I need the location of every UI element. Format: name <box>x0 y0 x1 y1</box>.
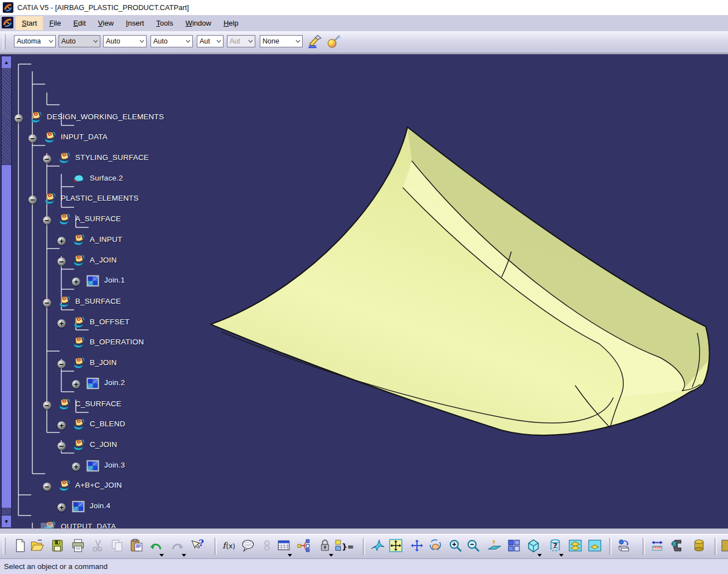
tree-icon-join[interactable] <box>86 275 100 287</box>
tree-icon-geoset[interactable] <box>57 213 72 227</box>
view-mode-button[interactable]: ? <box>548 538 562 553</box>
tree-icon-geoset[interactable] <box>42 193 57 206</box>
normal-view-button[interactable] <box>487 538 502 553</box>
combo-line-type[interactable]: Auto <box>103 35 147 47</box>
tree-item-label[interactable]: C_BLEND <box>90 420 125 428</box>
tree-item-label[interactable]: Join.1 <box>104 276 125 284</box>
toolbar-grip[interactable] <box>3 34 6 50</box>
open-button[interactable] <box>30 538 44 553</box>
paste-button[interactable] <box>129 538 144 553</box>
menu-tools[interactable]: Tools <box>150 16 179 30</box>
tree-icon-surface[interactable] <box>71 173 85 185</box>
tree-expander-collapse[interactable]: − <box>43 299 51 307</box>
tree-item-label[interactable]: DESIGN_WORKING_ELEMENTS <box>47 113 164 121</box>
design-table-dropdown-arrow[interactable] <box>288 554 292 557</box>
tree-expander-expand[interactable]: + <box>72 278 80 286</box>
tree-item-label[interactable]: INPUT_DATA <box>61 133 108 141</box>
tree-item-label[interactable]: Join.4 <box>90 502 110 510</box>
tree-icon-geoset[interactable] <box>71 337 86 350</box>
tree-icon-join[interactable] <box>71 500 85 513</box>
comment-button[interactable] <box>241 538 256 553</box>
tree-expander-collapse[interactable]: − <box>28 196 37 204</box>
isometric-view-dropdown-arrow[interactable] <box>537 554 542 557</box>
menu-file[interactable]: File <box>43 16 67 30</box>
viewport-3d[interactable]: −DESIGN_WORKING_ELEMENTS−INPUT_DATA−STYL… <box>0 54 728 528</box>
tree-expander-expand[interactable]: + <box>57 421 66 430</box>
tree-expander-expand[interactable]: + <box>57 237 66 245</box>
tree-item-label[interactable]: A_JOIN <box>90 256 117 264</box>
tree-item-label[interactable]: B_OPERATION <box>90 338 144 346</box>
scroll-up-button[interactable]: ▲ <box>2 56 11 69</box>
tree-expander-collapse[interactable]: − <box>43 401 51 410</box>
view-mode-dropdown-arrow[interactable] <box>559 554 564 557</box>
tree-icon-geoset[interactable] <box>71 234 86 247</box>
tree-expander-expand[interactable]: + <box>72 380 80 388</box>
menu-window[interactable]: Window <box>179 16 217 30</box>
chevron-down-icon[interactable] <box>294 36 302 47</box>
multi-view-button[interactable] <box>507 538 521 553</box>
tree-icon-join[interactable] <box>86 460 100 472</box>
tree-item-label[interactable]: OUTPUT_DATA <box>61 522 116 528</box>
tree-icon-join[interactable] <box>86 377 100 390</box>
tree-item-label[interactable]: Join.3 <box>104 461 125 469</box>
hide-show-button[interactable] <box>568 538 583 553</box>
tree-icon-geoset[interactable] <box>71 419 86 432</box>
tree-item-clipped[interactable] <box>40 523 55 528</box>
tree-icon-geoset[interactable] <box>57 296 72 309</box>
clipped-tool-button[interactable] <box>722 538 728 553</box>
tree-scrollbar[interactable]: ▲ ▼ <box>1 56 12 527</box>
zoom-in-button[interactable] <box>448 538 463 553</box>
tree-expander-collapse[interactable]: − <box>43 216 51 225</box>
tree-item-label[interactable]: B_SURFACE <box>75 297 121 305</box>
combo-line-weight[interactable]: Auto <box>151 35 193 47</box>
measure-inertia-button[interactable] <box>692 538 706 553</box>
tree-icon-geoset[interactable] <box>57 480 72 493</box>
tree-icon-geoset[interactable] <box>57 152 72 166</box>
document-icon[interactable] <box>2 17 13 28</box>
painter-wizard-button[interactable] <box>326 34 341 49</box>
tree-item-label[interactable]: Surface.2 <box>90 174 123 182</box>
visible-space-button[interactable] <box>588 538 602 553</box>
combo-fill-color[interactable]: Automa <box>14 35 56 47</box>
tree-expander-collapse[interactable]: − <box>57 442 66 450</box>
chevron-down-icon[interactable] <box>246 36 255 47</box>
menu-insert[interactable]: Insert <box>120 16 151 30</box>
chevron-down-icon[interactable] <box>215 36 223 47</box>
menu-view[interactable]: View <box>92 16 120 30</box>
new-document-button[interactable] <box>13 538 27 553</box>
tree-item-label[interactable]: A+B+C_JOIN <box>75 481 122 489</box>
tree-icon-geoset[interactable] <box>28 111 43 125</box>
scrollbar-track-upper[interactable] <box>2 68 11 164</box>
toolbar-grip[interactable] <box>3 538 6 554</box>
tree-item-label[interactable]: C_SURFACE <box>75 400 122 408</box>
tree-icon-geoset[interactable] <box>71 255 86 268</box>
lock-button[interactable] <box>318 538 332 553</box>
tree-item-label[interactable]: A_SURFACE <box>75 215 121 223</box>
tree-item-label[interactable]: PLASTIC_ELEMENTS <box>61 194 139 202</box>
chevron-down-icon[interactable] <box>184 36 192 47</box>
undo-dropdown-arrow[interactable] <box>159 554 164 557</box>
combo-layer[interactable]: None <box>260 35 303 47</box>
formula-button[interactable]: f(x) <box>222 538 236 553</box>
tree-item-label[interactable]: C_JOIN <box>90 440 117 449</box>
tree-expander-collapse[interactable]: − <box>57 360 66 368</box>
tree-item-label[interactable]: A_INPUT <box>90 235 122 244</box>
tree-expander-expand[interactable]: + <box>57 503 66 512</box>
whats-this-button[interactable]: ? <box>190 538 205 553</box>
scrollbar-track-lower[interactable] <box>2 508 11 515</box>
equivalent-dimensions-button[interactable]: }= <box>334 538 349 553</box>
combo-edge-color[interactable]: Auto <box>59 35 100 47</box>
tree-icon-geoset[interactable] <box>42 132 57 145</box>
redo-dropdown-arrow[interactable] <box>182 554 186 557</box>
menu-help[interactable]: Help <box>217 16 245 30</box>
tree-item-label[interactable]: B_OFFSET <box>90 318 129 326</box>
chevron-down-icon[interactable] <box>47 36 55 47</box>
tree-icon-geoset[interactable] <box>57 398 72 412</box>
menu-start[interactable]: Start <box>16 16 43 30</box>
menu-edit[interactable]: Edit <box>67 16 91 30</box>
fly-mode-button[interactable] <box>370 538 385 553</box>
measure-item-button[interactable] <box>669 538 684 553</box>
fit-all-in-button[interactable] <box>389 538 403 553</box>
design-table-button[interactable] <box>276 538 291 553</box>
tree-icon-geoset[interactable] <box>71 357 86 371</box>
